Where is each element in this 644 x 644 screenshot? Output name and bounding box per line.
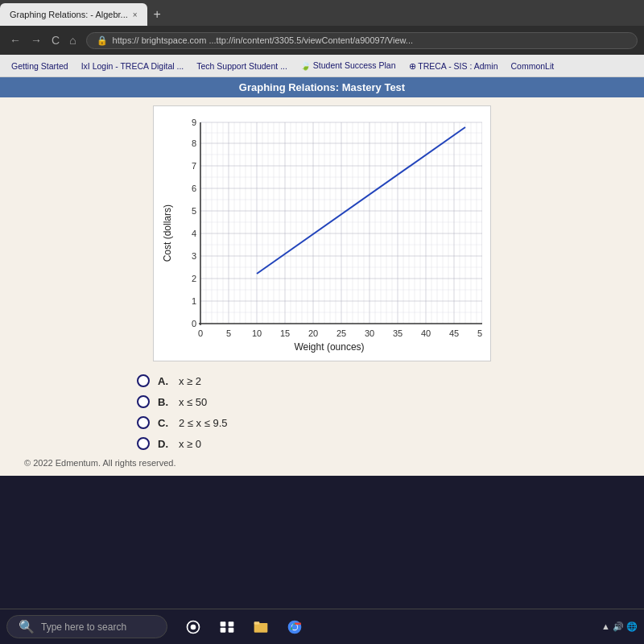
svg-text:6: 6 [192,184,196,193]
taskbar-chrome-icon[interactable] [282,614,308,640]
bookmark-student-success[interactable]: 🍃 Student Success Plan [295,60,401,72]
svg-text:9: 9 [192,118,196,127]
taskbar-search[interactable]: 🔍 Type here to search [6,615,167,638]
search-icon: 🔍 [19,619,35,634]
answer-text-D: x ≥ 0 [179,438,201,450]
bookmark-commonlit[interactable]: CommonLit [506,60,559,72]
tab-bar: Graphing Relations: - Algebr... × + [0,0,644,26]
tab-title: Graphing Relations: - Algebr... [10,10,128,19]
svg-line-94 [257,127,465,274]
answer-letter-D: D. [158,438,171,450]
svg-text:30: 30 [365,328,374,338]
svg-text:1: 1 [192,296,196,306]
address-text: https:// brightspace.com ...ttp://in/con… [113,35,413,45]
chart-svg: 0 1 2 3 4 5 6 7 8 9 0 5 10 15 20 25 30 3… [176,114,482,340]
taskbar-taskview-icon[interactable] [214,614,240,640]
bookmark-getting-started[interactable]: Getting Started [6,60,73,72]
svg-text:7: 7 [192,161,196,171]
answer-item-A[interactable]: A. x ≥ 2 [137,374,523,387]
taskbar-icons [180,614,308,640]
answer-item-D[interactable]: D. x ≥ 0 [137,437,523,450]
new-tab-button[interactable]: + [147,7,167,22]
answer-item-C[interactable]: C. 2 ≤ x ≤ 9.5 [137,416,523,429]
svg-text:10: 10 [252,328,262,338]
svg-text:8: 8 [192,138,196,148]
answer-item-B[interactable]: B. x ≤ 50 [137,395,523,408]
radio-D[interactable] [137,437,150,450]
bookmark-treca-sis[interactable]: ⊕ TRECA - SIS : Admin [404,60,503,72]
taskbar: 🔍 Type here to search ▲ 🔊 🌐 [0,609,644,644]
address-bar[interactable]: 🔒 https:// brightspace.com ...ttp://in/c… [86,32,638,49]
svg-text:5: 5 [226,328,231,338]
active-tab[interactable]: Graphing Relations: - Algebr... × [0,3,147,26]
svg-rect-102 [254,621,260,624]
svg-text:2: 2 [192,274,196,283]
svg-rect-100 [229,627,234,632]
radio-A[interactable] [137,374,150,387]
svg-point-105 [292,624,298,630]
taskbar-right: ▲ 🔊 🌐 [601,621,638,632]
bookmarks-bar: Getting Started IxI Login - TRECA Digita… [0,55,644,77]
lock-icon: 🔒 [97,35,108,46]
svg-rect-97 [221,621,226,626]
forward-button[interactable]: → [27,32,45,48]
answer-letter-B: B. [158,396,171,408]
browser-chrome: Graphing Relations: - Algebr... × + ← → … [0,0,644,77]
back-button[interactable]: ← [6,32,24,48]
answer-letter-C: C. [158,417,171,429]
svg-rect-98 [229,621,234,626]
address-bar-row: ← → C ⌂ 🔒 https:// brightspace.com ...tt… [0,26,644,55]
taskbar-time: ▲ 🔊 🌐 [601,621,638,632]
svg-text:0: 0 [198,328,203,338]
home-button[interactable]: ⌂ [66,32,79,48]
svg-text:3: 3 [192,251,196,261]
svg-point-96 [191,624,196,630]
svg-text:50: 50 [477,328,482,338]
svg-text:45: 45 [449,328,459,338]
svg-text:40: 40 [421,328,431,338]
answer-letter-A: A. [158,375,171,387]
chart-container: Cost (dollars) [153,105,491,361]
nav-buttons: ← → C ⌂ [6,32,80,48]
radio-C[interactable] [137,416,150,429]
x-axis-label: Weight (ounces) [294,341,364,353]
radio-B[interactable] [137,395,150,408]
svg-rect-101 [254,623,268,633]
bookmark-ixl-login[interactable]: IxI Login - TRECA Digital ... [76,60,189,72]
svg-text:0: 0 [192,319,196,328]
main-content: Cost (dollars) [0,97,644,476]
taskbar-file-explorer-icon[interactable] [248,614,274,640]
svg-text:15: 15 [280,328,290,338]
chart-inner: 0 1 2 3 4 5 6 7 8 9 0 5 10 15 20 25 30 3… [176,114,482,353]
answer-text-B: x ≤ 50 [179,396,207,408]
svg-text:35: 35 [393,328,402,338]
taskbar-cortana-icon[interactable] [180,614,206,640]
answer-choices: A. x ≥ 2 B. x ≤ 50 C. 2 ≤ x ≤ 9.5 D. x ≥… [137,374,523,450]
footer-text: © 2022 Edmentum. All rights reserved. [24,458,175,468]
answer-text-C: 2 ≤ x ≤ 9.5 [179,417,228,429]
taskbar-search-text: Type here to search [41,621,126,633]
answer-text-A: x ≥ 2 [179,375,201,387]
footer: © 2022 Edmentum. All rights reserved. [24,458,175,468]
bookmark-tech-support[interactable]: Tech Support Student ... [192,60,292,72]
svg-text:4: 4 [192,229,196,238]
svg-text:5: 5 [192,206,196,216]
y-axis-label: Cost (dollars) [162,204,173,262]
tab-close-button[interactable]: × [133,10,138,19]
svg-text:20: 20 [308,328,318,338]
refresh-button[interactable]: C [48,32,63,48]
page-title-bar: Graphing Relations: Mastery Test [0,77,644,97]
svg-rect-99 [221,627,226,632]
svg-text:25: 25 [336,328,346,338]
page-title: Graphing Relations: Mastery Test [239,81,405,93]
